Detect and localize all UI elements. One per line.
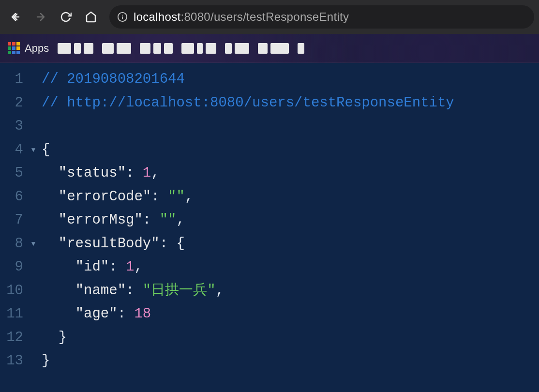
bookmark-item[interactable] [102, 43, 131, 54]
code-content[interactable]: // 20190808201644 // http://localhost:80… [40, 63, 454, 373]
json-key: "errorMsg" [59, 212, 143, 228]
url-text: localhost:8080/users/testResponseEntity [134, 10, 349, 24]
bookmark-items [58, 43, 531, 54]
url-port: :8080 [180, 10, 210, 23]
json-string: "日拱一兵" [143, 283, 216, 299]
apps-label: Apps [25, 42, 49, 55]
line-number: 1 [0, 68, 23, 91]
bookmark-item[interactable] [225, 43, 249, 54]
json-brace: } [59, 330, 67, 346]
json-comment: // 20190808201644 [42, 71, 185, 87]
bookmark-item[interactable] [140, 43, 173, 54]
bookmark-item[interactable] [181, 43, 216, 54]
line-number: 6 [0, 185, 23, 209]
apps-grid-icon [8, 42, 20, 54]
json-brace: { [176, 236, 184, 252]
json-number: 18 [134, 306, 151, 322]
bookmarks-bar: Apps [0, 34, 539, 63]
back-button[interactable] [5, 6, 26, 28]
line-number: 10 [0, 279, 23, 303]
json-key: "id" [75, 259, 109, 275]
json-number: 1 [143, 165, 151, 181]
apps-button[interactable]: Apps [8, 42, 49, 55]
fold-toggle-icon[interactable]: ▼ [27, 138, 40, 162]
reload-icon [60, 11, 72, 23]
json-key: "resultBody" [59, 236, 160, 252]
line-number-gutter: 1 2 3 4 5 6 7 8 9 10 11 12 13 [0, 63, 27, 373]
line-number: 8 [0, 232, 23, 256]
url-host: localhost [134, 10, 180, 23]
home-button[interactable] [80, 6, 102, 28]
bookmark-item[interactable] [58, 43, 93, 54]
json-string: "" [160, 212, 177, 228]
line-number: 11 [0, 302, 23, 326]
site-info-icon[interactable] [117, 12, 128, 22]
line-number: 5 [0, 162, 23, 185]
json-key: "name" [75, 283, 126, 299]
line-number: 12 [0, 326, 23, 350]
fold-toggle-icon[interactable]: ▼ [27, 232, 40, 256]
arrow-right-icon [35, 11, 46, 23]
url-path: /users/testResponseEntity [210, 10, 349, 23]
line-number: 7 [0, 209, 23, 232]
line-number: 9 [0, 256, 23, 279]
json-key: "errorCode" [59, 189, 151, 205]
json-brace: } [42, 353, 50, 369]
address-bar[interactable]: localhost:8080/users/testResponseEntity [109, 5, 534, 29]
line-number: 13 [0, 349, 23, 373]
json-brace: { [42, 142, 50, 158]
reload-button[interactable] [55, 6, 76, 28]
json-string: "" [168, 189, 185, 205]
line-number: 3 [0, 115, 23, 138]
json-key: "status" [59, 165, 126, 181]
bookmark-item[interactable] [298, 43, 304, 54]
json-number: 1 [126, 259, 134, 275]
line-number: 4 [0, 138, 23, 162]
fold-gutter: ▼ ▼ [27, 63, 40, 373]
home-icon [85, 11, 97, 23]
json-viewer: 1 2 3 4 5 6 7 8 9 10 11 12 13 ▼ ▼ // 201… [0, 63, 539, 373]
browser-toolbar: localhost:8080/users/testResponseEntity [0, 0, 539, 34]
forward-button[interactable] [30, 6, 51, 28]
bookmark-item[interactable] [258, 43, 289, 54]
json-comment: // http://localhost:8080/users/testRespo… [42, 95, 454, 111]
json-key: "age" [75, 306, 118, 322]
line-number: 2 [0, 91, 23, 115]
arrow-left-icon [10, 11, 21, 23]
